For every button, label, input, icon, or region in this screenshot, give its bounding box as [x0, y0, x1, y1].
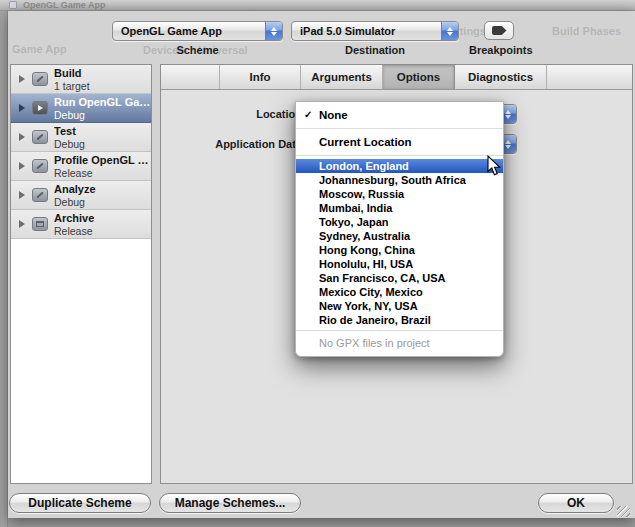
- duplicate-scheme-button[interactable]: Duplicate Scheme: [9, 493, 151, 513]
- menu-item-mexico-city[interactable]: Mexico City, Mexico: [296, 285, 503, 299]
- checkmark-icon: ✓: [304, 105, 312, 125]
- breakpoints-label: Breakpoints: [469, 44, 529, 56]
- tab-info[interactable]: Info: [219, 65, 301, 89]
- window-title: OpenGL Game App: [23, 0, 106, 11]
- sidebar-item-build[interactable]: Build 1 target: [11, 65, 151, 94]
- menu-item-london[interactable]: London, England: [296, 159, 503, 173]
- menu-footer-no-gpx: No GPX files in project: [296, 334, 503, 352]
- menu-item-current-location[interactable]: Current Location: [296, 132, 503, 152]
- sidebar-item-title: Analyze: [54, 183, 96, 196]
- menu-separator: [296, 128, 503, 129]
- sidebar-item-title: Archive: [54, 212, 94, 225]
- sidebar-item-title: Build: [54, 67, 90, 80]
- scheme-actions-list: Build 1 target Run OpenGL Gam... Debug T…: [10, 64, 152, 484]
- sidebar-item-subtitle: Debug: [54, 109, 151, 121]
- menu-item-honolulu[interactable]: Honolulu, HI, USA: [296, 257, 503, 271]
- disclosure-triangle-icon[interactable]: [19, 162, 25, 170]
- ok-button[interactable]: OK: [538, 493, 614, 513]
- run-icon: [32, 101, 48, 115]
- sidebar-item-subtitle: 1 target: [54, 80, 90, 92]
- sidebar-item-run[interactable]: Run OpenGL Gam... Debug: [11, 94, 151, 123]
- tab-options[interactable]: Options: [383, 65, 455, 89]
- sidebar-item-subtitle: Debug: [54, 196, 96, 208]
- menu-item-sydney[interactable]: Sydney, Australia: [296, 229, 503, 243]
- disclosure-triangle-icon[interactable]: [19, 104, 25, 112]
- scheme-editor-sheet: Game App Devices Universal Build Setting…: [8, 11, 635, 518]
- destination-popup[interactable]: iPad 5.0 Simulator: [291, 21, 459, 41]
- resize-grip[interactable]: [617, 506, 630, 517]
- faded-build-phases-label: Build Phases: [552, 25, 621, 37]
- tab-diagnostics[interactable]: Diagnostics: [455, 65, 547, 89]
- sidebar-item-title: Run OpenGL Gam...: [54, 96, 151, 109]
- popup-stepper-icon: [441, 22, 458, 40]
- sidebar-item-subtitle: Release: [54, 225, 94, 237]
- dimmed-window-titlebar: OpenGL Game App: [0, 0, 635, 11]
- menu-separator: [296, 155, 503, 156]
- disclosure-triangle-icon[interactable]: [19, 75, 25, 83]
- menu-item-tokyo[interactable]: Tokyo, Japan: [296, 215, 503, 229]
- sidebar-item-subtitle: Release: [54, 167, 151, 179]
- scheme-popup[interactable]: OpenGL Game App: [112, 21, 283, 41]
- build-icon: [32, 72, 48, 86]
- profile-icon: [32, 159, 48, 173]
- archive-icon: [32, 217, 48, 231]
- tab-bar: Info Arguments Options Diagnostics: [161, 65, 632, 90]
- destination-popup-value: iPad 5.0 Simulator: [292, 25, 441, 37]
- manage-schemes-button[interactable]: Manage Schemes...: [159, 493, 301, 513]
- disclosure-triangle-icon[interactable]: [19, 191, 25, 199]
- popup-stepper-icon: [265, 22, 282, 40]
- application-data-label: Application Data: [161, 138, 302, 150]
- sidebar-item-title: Test: [54, 125, 85, 138]
- location-label: Location: [161, 108, 302, 120]
- test-icon: [32, 130, 48, 144]
- sidebar-item-profile[interactable]: Profile OpenGL Ga... Release: [11, 152, 151, 181]
- menu-item-mumbai[interactable]: Mumbai, India: [296, 201, 503, 215]
- sidebar-item-analyze[interactable]: Analyze Debug: [11, 181, 151, 210]
- disclosure-triangle-icon[interactable]: [19, 220, 25, 228]
- menu-item-none[interactable]: ✓ None: [296, 105, 503, 125]
- sidebar-item-test[interactable]: Test Debug: [11, 123, 151, 152]
- breakpoint-arrow-icon: [492, 26, 507, 35]
- sidebar-item-title: Profile OpenGL Ga...: [54, 154, 151, 167]
- breakpoints-button[interactable]: [484, 21, 514, 40]
- window-document-icon: [9, 1, 17, 9]
- faded-game-app-label: Game App: [12, 43, 67, 55]
- menu-separator: [296, 330, 503, 331]
- menu-item-hong-kong[interactable]: Hong Kong, China: [296, 243, 503, 257]
- tab-arguments[interactable]: Arguments: [301, 65, 383, 89]
- destination-label: Destination: [291, 44, 459, 56]
- menu-item-moscow[interactable]: Moscow, Russia: [296, 187, 503, 201]
- disclosure-triangle-icon[interactable]: [19, 133, 25, 141]
- menu-item-san-francisco[interactable]: San Francisco, CA, USA: [296, 271, 503, 285]
- sidebar-item-archive[interactable]: Archive Release: [11, 210, 151, 239]
- dimmed-window-left-edge: [0, 11, 8, 527]
- scheme-popup-value: OpenGL Game App: [113, 25, 265, 37]
- analyze-icon: [32, 188, 48, 202]
- menu-item-new-york[interactable]: New York, NY, USA: [296, 299, 503, 313]
- location-menu: ✓ None Current Location London, England …: [295, 101, 504, 357]
- menu-item-johannesburg[interactable]: Johannesburg, South Africa: [296, 173, 503, 187]
- menu-item-rio[interactable]: Rio de Janeiro, Brazil: [296, 313, 503, 327]
- scheme-label: Scheme: [112, 44, 283, 56]
- sidebar-item-subtitle: Debug: [54, 138, 85, 150]
- dimmed-window-bottom-edge: [8, 518, 635, 527]
